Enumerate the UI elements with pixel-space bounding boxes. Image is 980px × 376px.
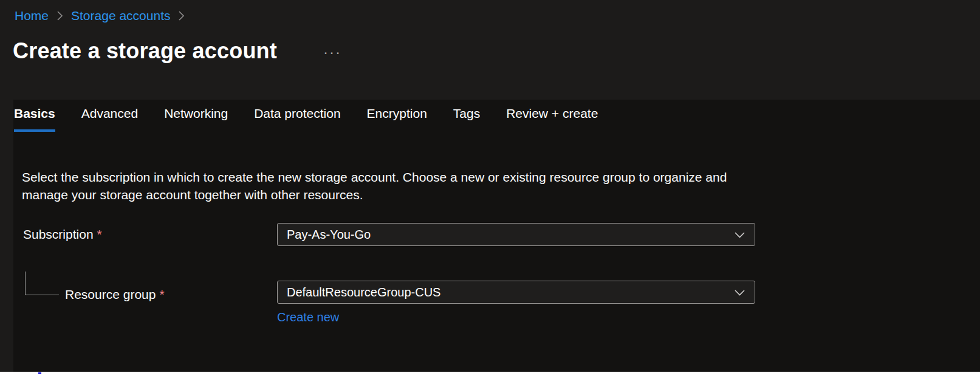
more-options-icon[interactable]: ··· <box>321 44 344 61</box>
breadcrumb-storage-accounts-link[interactable]: Storage accounts <box>71 8 170 24</box>
tab-networking[interactable]: Networking <box>164 106 228 132</box>
tab-bar: Basics Advanced Networking Data protecti… <box>13 100 980 132</box>
breadcrumb: Home Storage accounts <box>15 8 193 24</box>
chevron-right-icon <box>178 10 185 21</box>
chevron-down-icon <box>734 285 745 299</box>
required-asterisk: * <box>159 287 164 301</box>
tab-advanced[interactable]: Advanced <box>81 106 138 132</box>
page-bottom-cutoff-strip <box>0 372 980 376</box>
resource-group-dropdown-value: DefaultResourceGroup-CUS <box>287 285 440 299</box>
cropped-button-fragment <box>38 372 41 374</box>
subscription-label: Subscription* <box>23 227 102 242</box>
tab-tags[interactable]: Tags <box>453 106 480 132</box>
basics-description: Select the subscription in which to crea… <box>22 168 775 203</box>
page-title: Create a storage account <box>13 38 277 64</box>
subscription-label-text: Subscription <box>23 227 94 241</box>
create-new-resource-group-link[interactable]: Create new <box>277 310 339 324</box>
subscription-dropdown-value: Pay-As-You-Go <box>287 228 371 242</box>
breadcrumb-home-link[interactable]: Home <box>15 8 49 24</box>
subscription-dropdown[interactable]: Pay-As-You-Go <box>277 223 755 246</box>
required-asterisk: * <box>97 227 102 241</box>
tab-review-create[interactable]: Review + create <box>506 106 598 132</box>
tab-basics[interactable]: Basics <box>14 106 55 132</box>
resource-group-dropdown[interactable]: DefaultResourceGroup-CUS <box>277 281 755 304</box>
tab-data-protection[interactable]: Data protection <box>254 106 340 132</box>
indent-connector-line <box>25 272 59 295</box>
resource-group-label: Resource group* <box>65 287 165 303</box>
tab-encryption[interactable]: Encryption <box>367 106 427 132</box>
create-storage-account-panel: Basics Advanced Networking Data protecti… <box>13 100 980 372</box>
resource-group-label-text: Resource group <box>65 287 156 301</box>
chevron-down-icon <box>734 228 745 242</box>
chevron-right-icon <box>57 10 63 21</box>
